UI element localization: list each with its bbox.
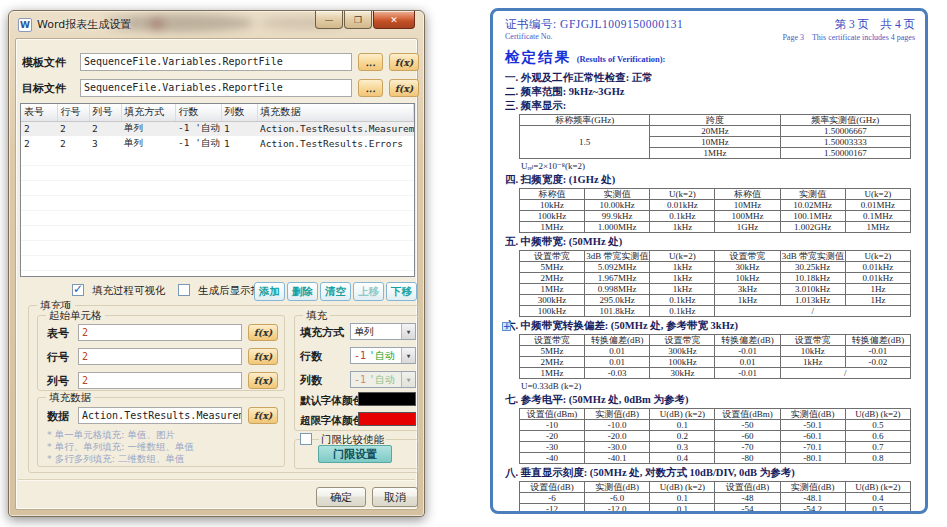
cell: 0.8 [845, 453, 910, 464]
move-down-button[interactable]: 下移 [386, 282, 417, 301]
certificate-page: 证书编号: GFJGJL1009150000131 Certificate No… [490, 8, 928, 514]
target-browse-button[interactable]: ... [358, 79, 383, 97]
row-no-fx-button[interactable]: f(x) [248, 348, 278, 365]
threshold-settings-button[interactable]: 门限设置 [318, 445, 392, 463]
table-row: 300kHz295.0kHz0.1kHz1kHz1.013kHz1Hz [520, 295, 911, 306]
visualize-checkbox[interactable] [72, 284, 84, 296]
clear-button[interactable]: 清空 [320, 282, 351, 301]
delete-button[interactable]: 删除 [287, 282, 318, 301]
cancel-button[interactable]: 取消 [372, 487, 418, 507]
cell: 1.50000167 [780, 147, 910, 158]
column-header: U(k=2) [650, 250, 715, 261]
table-row: -6-6.00.1-48-48.10.4 [520, 493, 911, 504]
cell: 30.25kHz [780, 261, 845, 272]
threshold-enable-checkbox[interactable] [300, 433, 312, 445]
fill-items-listview[interactable]: 表号行号列号填充方式行数列数填充数据222单列-1 '自动1Action.Tes… [20, 103, 415, 277]
ok-button[interactable]: 确定 [316, 487, 366, 507]
hint-single-cell: * 单一单元格填充: 单值、图片 [47, 429, 175, 441]
table-row: 223单列-1 '自动1Action.TestResults.Errors [21, 136, 414, 151]
cell: 100kHz [520, 306, 585, 317]
titlebar[interactable]: W Word报表生成设置 — ❐ ✕ [9, 11, 424, 38]
page-number-en: Page 3 This certificate includes 4 pages [782, 32, 915, 43]
default-font-color-swatch[interactable] [358, 392, 416, 406]
cell: 30kHz [650, 368, 715, 379]
cell: 1.002GHz [780, 221, 845, 232]
target-fx-button[interactable]: f(x) [389, 79, 419, 97]
column-header: 标称值 [715, 188, 780, 199]
table-row: 5MHz5.092MHz1kHz30kHz30.25kHz0.01kHz [520, 261, 911, 272]
empty-rows [21, 151, 414, 276]
cell: 0.7 [845, 442, 910, 453]
template-browse-button[interactable]: ... [358, 53, 383, 71]
section-freq-display: 三. 频率显示: [505, 99, 915, 113]
insert-table-cursor-icon [502, 322, 511, 331]
cell: 10kHz [780, 346, 845, 357]
cell: -50.1 [780, 420, 845, 431]
cell: 3.010kHz [780, 283, 845, 294]
start-cell-group-label: 起始单元格 [46, 309, 105, 323]
template-fx-button[interactable]: f(x) [389, 53, 419, 71]
cell: 99.9kHz [585, 210, 650, 221]
freq-display-table: 标称频率(GHz)跨度频率实测值(GHz)1.520MHz1.500066671… [519, 114, 911, 159]
template-file-input[interactable]: SequenceFile.Variables.ReportFile [80, 53, 352, 71]
cell: -6 [520, 493, 585, 504]
table-no-input[interactable]: 2 [78, 324, 242, 341]
cell: 5.092MHz [585, 261, 650, 272]
row-count-select[interactable]: -1 '自动 ▼ [350, 347, 416, 364]
minimize-button[interactable]: — [315, 11, 343, 29]
close-button[interactable]: ✕ [373, 11, 415, 29]
data-label: 数据 [47, 409, 69, 424]
word-report-settings-window: W Word报表生成设置 — ❐ ✕ 模板文件 SequenceFile.Var… [8, 10, 425, 517]
table-row: 5MHz0.01300kHz-0.0110kHz-0.01 [520, 346, 911, 357]
show-report-checkbox[interactable] [178, 284, 190, 296]
maximize-button[interactable]: ❐ [344, 11, 372, 29]
cell: 1kHz [650, 221, 715, 232]
cell: 1MHz [520, 221, 585, 232]
cell: 100kHz [650, 357, 715, 368]
data-fx-button[interactable]: f(x) [248, 407, 278, 424]
move-up-button[interactable]: 上移 [353, 282, 384, 301]
cell: 2 [21, 136, 57, 151]
table-row: 2MHz0.01100kHz0.011kHz-0.02 [520, 357, 911, 368]
cell: 1Hz [845, 295, 910, 306]
row-no-label: 行号 [47, 350, 69, 365]
cell: -10.0 [585, 420, 650, 431]
column-header: 转换偏差(dB) [845, 335, 910, 346]
column-header: 填充数据 [257, 104, 414, 121]
column-header: 行号 [57, 104, 89, 121]
cell: -80.1 [780, 453, 845, 464]
cell: 20MHz [650, 125, 780, 136]
column-header: 标称频率(GHz) [520, 114, 650, 125]
column-header: U(dB) (k=2) [650, 482, 715, 493]
hint-single-row-col: * 单行、单列填充: 一维数组、单值 [47, 441, 194, 453]
add-button[interactable]: 添加 [254, 282, 285, 301]
page-number: 第 3 页 共 4 页 [782, 17, 915, 32]
row-count-value: -1 [354, 350, 366, 361]
cell: 0.01 [715, 357, 780, 368]
fill-mode-select[interactable]: 单列 ▼ [350, 323, 416, 340]
cell: 0.5 [845, 504, 910, 514]
cell: -60 [715, 431, 780, 442]
table-row: 1MHz1.000MHz1kHz1GHz1.002GHz1MHz [520, 221, 911, 232]
column-header: 3dB 带宽实测值 [585, 250, 650, 261]
over-limit-font-color-swatch[interactable] [358, 412, 416, 426]
col-no-input[interactable]: 2 [78, 372, 242, 389]
table-no-fx-button[interactable]: f(x) [248, 324, 278, 341]
cell: 0.6 [845, 431, 910, 442]
chevron-down-icon: ▼ [401, 348, 415, 363]
fill-items-table: 表号行号列号填充方式行数列数填充数据222单列-1 '自动1Action.Tes… [21, 104, 414, 151]
column-header: 实测值 [780, 188, 845, 199]
column-header: 实测值(dB) [780, 409, 845, 420]
column-header: 跨度 [650, 114, 780, 125]
col-no-fx-button[interactable]: f(x) [248, 372, 278, 389]
cell: 1kHz [650, 272, 715, 283]
target-file-input[interactable]: SequenceFile.Variables.ReportFile [80, 79, 352, 97]
cell: 0.1MHz [845, 210, 910, 221]
row-no-input[interactable]: 2 [78, 348, 242, 365]
fill-mode-value: 单列 [354, 325, 374, 339]
cell: 0.1 [650, 420, 715, 431]
cell: / [780, 368, 910, 379]
data-input[interactable]: Action.TestResults.Measurements [78, 407, 242, 424]
cell: -0.01 [715, 346, 780, 357]
cell: 300kHz [520, 295, 585, 306]
